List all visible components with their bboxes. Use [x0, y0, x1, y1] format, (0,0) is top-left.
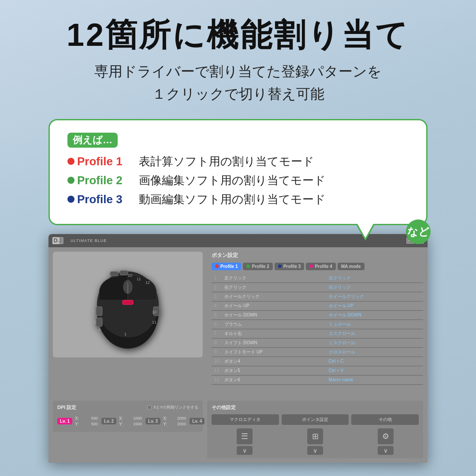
logo-text: ULTIMATE BLUE: [71, 238, 107, 243]
grid-icon-box[interactable]: ⊞ ∨: [307, 428, 323, 455]
profile-dot-blue: [67, 196, 74, 203]
list-icon: ☰: [237, 428, 253, 444]
dpi-xy: X: 500 Y: 500: [75, 416, 98, 427]
profile-list: Profile 1 表計算ソフト用の割り当てモード Profile 2 画像編集…: [67, 154, 409, 207]
gear-icon-box[interactable]: ⚙ ∨: [378, 428, 394, 455]
dpi-level-button[interactable]: Lv. 1: [57, 418, 72, 424]
btn-right-action[interactable]: ホイール DOWN: [326, 310, 423, 320]
svg-text:11: 11: [137, 277, 141, 281]
btn-right-action[interactable]: クロスロール: [326, 347, 423, 357]
tab-dot-2: [246, 264, 250, 268]
btn-right-action[interactable]: ミスクロール: [326, 338, 423, 347]
macro-editor-button[interactable]: マクロエディタ: [212, 414, 279, 425]
btn-right-action[interactable]: 左クリック: [326, 274, 423, 283]
svg-text:12: 12: [145, 280, 150, 285]
btn-left-action[interactable]: ホイール UP: [222, 301, 326, 310]
dpi-x-value: 2000: [173, 416, 186, 420]
dpi-x-value: 500: [85, 416, 98, 420]
dpi-x-row: X: 1000: [119, 416, 142, 421]
svg-rect-12: [120, 271, 128, 275]
dpi-level-button[interactable]: Lv. 3: [145, 418, 160, 424]
tab-profile1[interactable]: Profile 1: [212, 263, 241, 270]
btn-right-action[interactable]: ミュロール: [326, 320, 423, 329]
dpi-y-value: 2000: [173, 422, 186, 426]
dpi-sync-row[interactable]: XとYの同期リンクをする: [147, 405, 198, 410]
dpi-sync-checkbox[interactable]: [147, 405, 152, 409]
btn-right-action[interactable]: ホイールクリック: [326, 292, 423, 301]
subtitle-line1: 専用ドライバーで割り当てた登録パターンを: [94, 63, 382, 79]
btn-left-action[interactable]: 右クリック: [222, 283, 326, 292]
btn-left-action[interactable]: ブラウム: [222, 320, 326, 329]
table-row: 12 ボタン6 Macro name: [212, 375, 423, 384]
other-button[interactable]: その他: [351, 414, 419, 425]
pointer-settings-button[interactable]: ポインタ設定: [282, 414, 349, 425]
btn-left-action[interactable]: オルト右: [222, 329, 326, 338]
main-title: 12箇所に機能割り当て: [0, 0, 476, 52]
dpi-x-label: X:: [119, 416, 125, 421]
speech-bubble: 例えば… Profile 1 表計算ソフト用の割り当てモード Profile 2…: [48, 119, 428, 225]
chevron-grid[interactable]: ∨: [307, 446, 323, 455]
table-row: 2 右クリック 右クリック: [212, 283, 423, 292]
btn-num: 11: [212, 366, 222, 375]
tab-profile2[interactable]: Profile 2: [243, 263, 272, 270]
tab-label-3: Profile 3: [283, 264, 301, 269]
list-icon-box[interactable]: ☰ ∨: [237, 428, 253, 455]
dpi-row: Lv. 2 X: 1000 Y: 1500: [101, 416, 142, 427]
dpi-sync-label: XとYの同期リンクをする: [153, 405, 198, 410]
dpi-panel: DPI 設定 XとYの同期リンクをする Lv. 1 X: 5: [53, 401, 203, 432]
btn-left-action[interactable]: スイフトモード UP: [222, 347, 326, 357]
chevron-gear[interactable]: ∨: [378, 446, 394, 455]
dpi-y-label: Y:: [75, 422, 81, 427]
btn-num: 9: [212, 347, 222, 357]
btn-right-action[interactable]: Macro name: [326, 375, 423, 384]
dpi-y-label: Y:: [119, 422, 125, 427]
btn-right-action[interactable]: 右クリック: [326, 283, 423, 292]
list-item: Profile 3 動画編集ソフト用の割り当てモード: [67, 192, 409, 207]
chevron-list[interactable]: ∨: [237, 446, 253, 455]
bubble-tag: 例えば…: [67, 133, 118, 148]
btn-right-action[interactable]: Ctrl + V: [326, 366, 423, 375]
btn-left-action[interactable]: 左クリック: [222, 274, 326, 283]
tab-dot-3: [278, 264, 282, 268]
btn-left-action[interactable]: ボタン6: [222, 375, 326, 384]
dpi-title: DPI 設定: [57, 404, 76, 411]
mouse-display: 2 3 4 1 10 11 12 11 10: [53, 252, 203, 357]
btn-left-action[interactable]: ホイール DOWN: [222, 310, 326, 320]
svg-text:2: 2: [93, 310, 95, 314]
btn-left-action[interactable]: ボタン5: [222, 366, 326, 375]
profile-tabs[interactable]: Profile 1 Profile 2 Profile 3 Profile 4: [212, 263, 423, 270]
tab-dot-1: [215, 264, 219, 268]
profile-dot-red: [67, 158, 74, 165]
btn-right-action[interactable]: エスクロール: [326, 329, 423, 338]
mouse-image: 2 3 4 1 10 11 12 11 10: [84, 258, 172, 351]
btn-num: 6: [212, 320, 222, 329]
btn-right-action[interactable]: Ctrl + C: [326, 357, 423, 366]
svg-rect-11: [110, 271, 118, 276]
dpi-level-button[interactable]: Lv. 4: [190, 418, 205, 424]
dpi-x-label: X:: [163, 416, 169, 421]
dpi-level-button[interactable]: Lv. 2: [101, 418, 116, 424]
tab-dot-4: [309, 264, 313, 268]
btn-config-title: ボタン設定: [212, 252, 423, 259]
btn-num: 8: [212, 338, 222, 347]
other-buttons[interactable]: マクロエディタ ポインタ設定 その他: [212, 414, 419, 425]
tab-label-1: Profile 1: [220, 264, 238, 269]
tab-profile4[interactable]: Profile 4: [306, 263, 335, 270]
dpi-y-row: Y: 2000: [163, 422, 186, 427]
btn-right-action[interactable]: ホイール UP: [326, 301, 423, 310]
btn-left-action[interactable]: ホイールクリック: [222, 292, 326, 301]
table-row: 6 ブラウム ミュロール: [212, 320, 423, 329]
sw-bottom: DPI 設定 XとYの同期リンクをする Lv. 1 X: 5: [48, 397, 428, 463]
btn-left-action[interactable]: スイフト DOWN: [222, 338, 326, 347]
btn-left-action[interactable]: ボタン4: [222, 357, 326, 366]
profile-2-label: Profile 2: [77, 174, 130, 187]
table-row: 11 ボタン5 Ctrl + V: [212, 366, 423, 375]
tab-ma-mode[interactable]: MA mode: [338, 263, 364, 270]
table-row: 7 オルト右 エスクロール: [212, 329, 423, 338]
tab-profile3[interactable]: Profile 3: [275, 263, 304, 270]
btn-num: 3: [212, 292, 222, 301]
svg-text:J: J: [58, 237, 61, 243]
other-settings-section: その他設定 マクロエディタ ポインタ設定 その他 ☰ ∨ ⊞ ∨: [207, 397, 423, 458]
svg-text:10: 10: [128, 273, 132, 278]
table-row: 1 左クリック 左クリック: [212, 274, 423, 283]
